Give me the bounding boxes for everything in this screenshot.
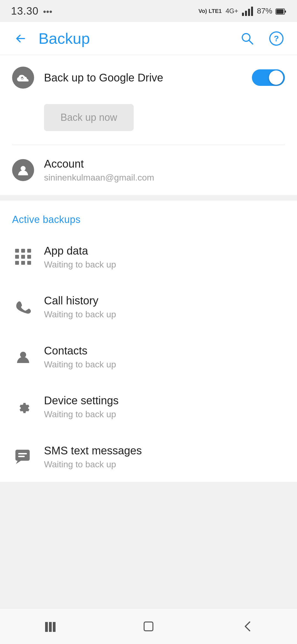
contacts-icon [12, 346, 34, 368]
battery-indicator: 87% [257, 7, 286, 15]
volte-indicator: Vo) LTE1 [199, 8, 222, 14]
device-settings-row[interactable]: Device settings Waiting to back up [0, 382, 297, 432]
svg-point-13 [20, 352, 26, 358]
call-history-text: Call history Waiting to back up [44, 293, 285, 320]
backup-toggle-label: Back up to Google Drive [44, 70, 242, 85]
account-email: sininenkulmaan@gmail.com [44, 172, 285, 184]
sms-text: SMS text messages Waiting to back up [44, 443, 285, 470]
sms-name: SMS text messages [44, 443, 285, 458]
backup-toggle-text: Back up to Google Drive [44, 70, 242, 85]
svg-rect-5 [285, 10, 286, 13]
backup-toggle-row: Back up to Google Drive [0, 55, 297, 100]
svg-rect-3 [251, 7, 253, 16]
sms-status: Waiting to back up [44, 459, 285, 470]
help-button[interactable]: ? [267, 29, 286, 48]
sms-row[interactable]: SMS text messages Waiting to back up [0, 432, 297, 482]
back-button[interactable] [11, 29, 30, 48]
call-history-icon [12, 296, 34, 318]
active-backups-title: Active backups [12, 214, 81, 225]
svg-marker-15 [16, 461, 21, 464]
device-settings-text: Device settings Waiting to back up [44, 393, 285, 420]
svg-rect-17 [18, 456, 25, 457]
toggle-thumb [269, 70, 283, 85]
call-history-status: Waiting to back up [44, 309, 285, 320]
app-data-text: App data Waiting to back up [44, 244, 285, 271]
svg-rect-14 [15, 450, 30, 461]
svg-rect-20 [53, 622, 56, 632]
status-bar: 13.30 ••• Vo) LTE1 4G+ 87% [0, 0, 297, 22]
home-button[interactable] [121, 615, 176, 637]
svg-rect-19 [49, 622, 52, 632]
svg-point-12 [21, 166, 26, 171]
svg-rect-16 [18, 453, 27, 454]
contacts-text: Contacts Waiting to back up [44, 343, 285, 370]
call-history-row[interactable]: Call history Waiting to back up [0, 282, 297, 332]
status-time-area: 13.30 ••• [11, 5, 52, 17]
device-settings-icon [12, 396, 34, 418]
device-settings-name: Device settings [44, 393, 285, 408]
svg-rect-0 [242, 13, 244, 16]
contacts-status: Waiting to back up [44, 359, 285, 370]
call-history-name: Call history [44, 293, 285, 308]
app-data-icon [12, 246, 34, 268]
recent-apps-button[interactable] [22, 615, 77, 637]
svg-line-8 [249, 40, 253, 44]
app-bar: Backup ? [0, 22, 297, 55]
backup-now-button[interactable]: Back up now [44, 104, 134, 131]
main-content: Back up to Google Drive Back up now [0, 55, 297, 482]
contacts-name: Contacts [44, 343, 285, 358]
app-bar-actions: ? [238, 29, 286, 48]
backup-now-row: Back up now [0, 100, 297, 145]
app-data-status: Waiting to back up [44, 259, 285, 271]
cloud-icon [12, 67, 34, 89]
app-data-row[interactable]: App data Waiting to back up [0, 232, 297, 282]
account-label: Account [44, 157, 285, 171]
signal-icon [242, 6, 253, 16]
active-backups-header: Active backups [0, 201, 297, 232]
svg-text:?: ? [274, 34, 279, 43]
status-dots: ••• [43, 7, 53, 17]
app-data-name: App data [44, 244, 285, 258]
contacts-row[interactable]: Contacts Waiting to back up [0, 332, 297, 382]
svg-rect-21 [144, 622, 153, 631]
account-text: Account sininenkulmaan@gmail.com [44, 157, 285, 184]
back-nav-button[interactable] [220, 615, 275, 637]
page-title: Backup [38, 29, 229, 47]
backup-card: Back up to Google Drive Back up now [0, 55, 297, 195]
svg-rect-6 [276, 9, 284, 14]
status-time: 13.30 [11, 5, 38, 17]
status-indicators: Vo) LTE1 4G+ 87% [199, 6, 286, 16]
svg-rect-2 [248, 9, 250, 16]
account-icon [12, 159, 34, 181]
active-backups-card: Active backups App data Waiting to back … [0, 201, 297, 482]
device-settings-status: Waiting to back up [44, 409, 285, 420]
sms-icon [12, 446, 34, 468]
account-row[interactable]: Account sininenkulmaan@gmail.com [0, 145, 297, 195]
bottom-navigation [0, 608, 297, 644]
svg-rect-1 [245, 11, 247, 16]
backup-toggle-switch[interactable] [252, 69, 285, 86]
search-button[interactable] [238, 29, 257, 48]
4g-indicator: 4G+ [226, 7, 238, 15]
svg-rect-18 [45, 622, 48, 632]
